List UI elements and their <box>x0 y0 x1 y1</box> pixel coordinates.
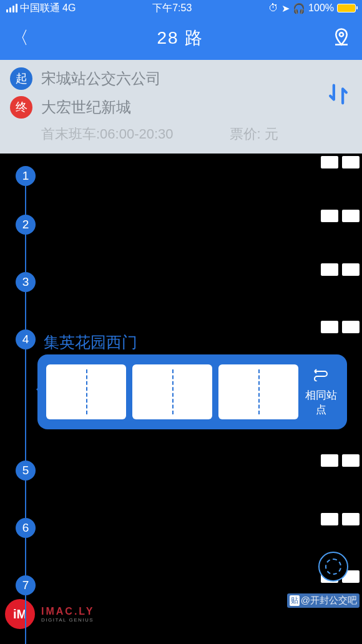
stop-4[interactable]: 4 集英花园西门 相同站点 <box>0 329 362 461</box>
stop-marker: 4 <box>16 329 36 349</box>
stop-marker: 7 <box>16 575 36 595</box>
post-source: @开封公交吧 <box>301 595 357 607</box>
transfer-card[interactable] <box>86 364 126 419</box>
badge-box <box>342 156 360 168</box>
transfer-bubble: 相同站点 <box>37 354 347 429</box>
transfer-card[interactable] <box>132 364 172 419</box>
watermark-text: IMAC.LY <box>41 606 94 617</box>
stop-6[interactable]: 6 <box>0 518 362 575</box>
transfer-card[interactable] <box>172 364 212 419</box>
stop-marker: 5 <box>16 461 36 481</box>
watermark-sub: DIGITAL GENIUS <box>41 617 94 623</box>
stop-marker: 1 <box>16 166 36 186</box>
refresh-icon <box>325 559 341 575</box>
fare: 票价: 元 <box>230 125 278 144</box>
badge-box <box>342 513 360 525</box>
stop-name: 集英花园西门 <box>44 332 137 353</box>
end-station: 大宏世纪新城 <box>41 97 131 117</box>
badge-box <box>342 263 360 276</box>
status-bar: 中国联通 4G 下午7:53 ⏱ ➤ 🎧 100% <box>0 0 362 16</box>
refresh-button[interactable] <box>318 552 348 582</box>
carrier: 中国联通 <box>20 2 60 15</box>
stop-2[interactable]: 2 <box>0 215 362 272</box>
swap-direction-button[interactable] <box>327 82 350 109</box>
battery-pct: 100% <box>308 2 334 14</box>
transfer-card[interactable] <box>46 364 86 419</box>
stop-marker: 3 <box>16 272 36 292</box>
nav-bar: 〈 28 路 <box>0 16 362 60</box>
stop-marker: 6 <box>16 518 36 538</box>
badge-box <box>321 513 338 525</box>
same-stop-label: 相同站点 <box>305 388 337 417</box>
signal-icon <box>6 4 17 12</box>
transfer-card[interactable] <box>218 364 258 419</box>
headphones-icon: 🎧 <box>293 2 305 14</box>
stop-marker: 2 <box>16 215 36 235</box>
stop-1[interactable]: 1 <box>0 156 362 215</box>
stop-5[interactable]: 5 <box>0 461 362 518</box>
status-time: 下午7:53 <box>152 2 192 15</box>
page-title: 28 路 <box>157 26 204 50</box>
badge-box <box>321 210 338 222</box>
badge-box <box>342 454 360 467</box>
map-location-button[interactable] <box>332 27 351 49</box>
alarm-icon: ⏱ <box>268 2 278 14</box>
badge-box <box>342 210 360 222</box>
badge-box <box>321 454 338 467</box>
badge-box <box>321 156 338 168</box>
start-badge: 起 <box>10 67 32 90</box>
start-station: 宋城站公交六公司 <box>41 69 161 89</box>
back-button[interactable]: 〈 <box>11 26 29 50</box>
stops-list[interactable]: 1 2 3 4 集英花园西门 <box>0 154 362 644</box>
end-badge: 终 <box>10 96 32 119</box>
badge-box <box>321 321 338 333</box>
watermark-badge: iM <box>5 599 35 629</box>
post-source-tag: 贴 @开封公交吧 <box>287 593 360 608</box>
location-arrow-icon: ➤ <box>281 2 290 14</box>
transfer-card[interactable] <box>258 364 298 419</box>
network: 4G <box>62 2 76 14</box>
route-icon <box>305 368 337 384</box>
badge-box <box>321 263 338 276</box>
route-info-panel: 起 宋城站公交六公司 终 大宏世纪新城 首末班车:06:00-20:30 票价:… <box>0 60 362 154</box>
battery-icon <box>337 4 356 12</box>
badge-box <box>342 321 360 333</box>
same-stop-button[interactable]: 相同站点 <box>305 368 342 417</box>
watermark: iM IMAC.LY DIGITAL GENIUS <box>5 599 94 629</box>
schedule: 首末班车:06:00-20:30 <box>41 125 174 144</box>
svg-point-0 <box>340 32 343 36</box>
tieba-icon: 贴 <box>290 595 300 606</box>
stop-3[interactable]: 3 <box>0 272 362 329</box>
